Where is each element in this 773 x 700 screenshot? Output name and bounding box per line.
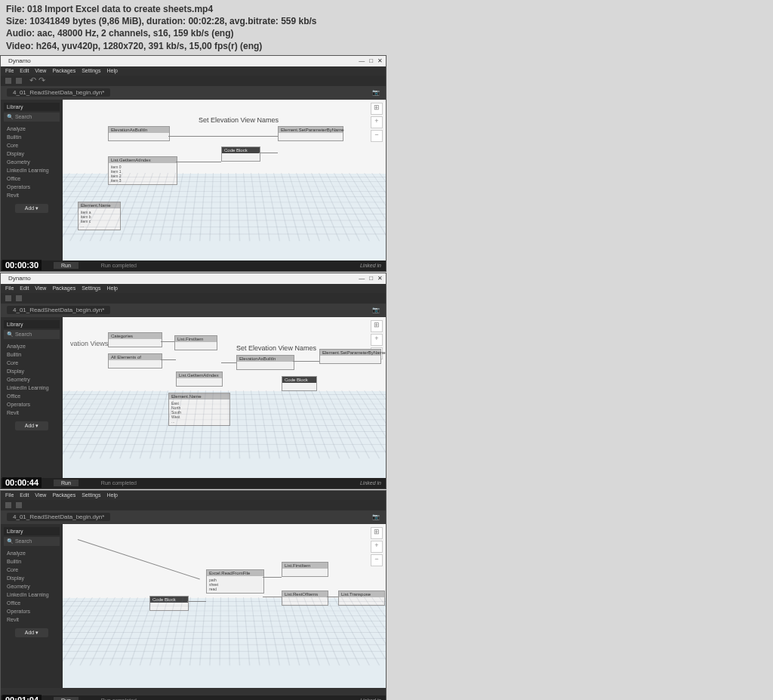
toolbar[interactable]: ↶ ↷ (1, 76, 386, 86)
thumb-1: Dynamo — □ ✕ FileEditViewPackagesSetting… (0, 55, 386, 272)
zoom-out-icon[interactable]: − (371, 130, 383, 142)
thumb-2: Dynamo—□✕ FileEditViewPackagesSettingsHe… (0, 273, 386, 489)
graph-canvas[interactable]: ⊞+− Set Elevation View Names ElevationAs… (63, 100, 386, 264)
status-bar: RunRun completedLinked in (1, 261, 386, 271)
thumb-3: FileEditViewPackagesSettingsHelp 4_01_Re… (0, 490, 386, 700)
menu-bar[interactable]: FileEditViewPackagesSettingsHelp (1, 66, 386, 76)
timestamp: 00:00:30 (2, 260, 42, 270)
doc-tab[interactable]: 4_01_ReadSheetData_begin.dyn*📷 (1, 86, 386, 100)
close-icon[interactable]: ✕ (377, 57, 383, 64)
run-button[interactable]: Run (54, 262, 79, 269)
fit-icon[interactable]: ⊞ (371, 103, 383, 115)
zoom-in-icon[interactable]: + (371, 116, 383, 128)
thumbnail-grid: Dynamo — □ ✕ FileEditViewPackagesSetting… (0, 55, 773, 700)
add-button[interactable]: Add ▾ (15, 204, 48, 213)
maximize-icon[interactable]: □ (369, 57, 373, 64)
minimize-icon[interactable]: — (359, 57, 365, 64)
search-input[interactable]: 🔍 Search (4, 113, 60, 122)
camera-icon[interactable]: 📷 (372, 89, 380, 96)
file-info-header: File: 018 Import Excel data to create sh… (0, 0, 773, 55)
window-titlebar: Dynamo — □ ✕ (1, 56, 386, 66)
library-sidebar[interactable]: Library 🔍 Search AnalyzeBuiltinCoreDispl… (1, 100, 63, 264)
